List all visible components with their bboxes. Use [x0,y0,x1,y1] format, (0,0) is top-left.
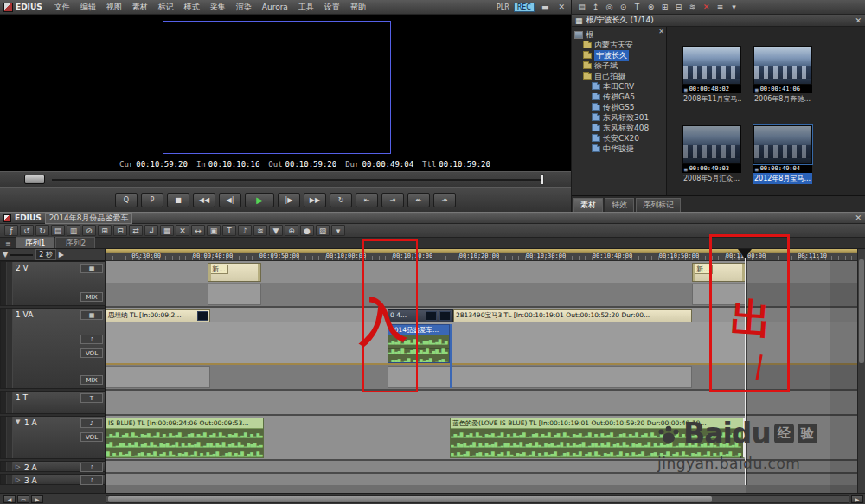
waveform-icon[interactable]: ≋ [686,3,699,11]
track-header-1va[interactable]: 1 VA ▦ ♪ VOL MIX [0,308,106,389]
video-mix-block[interactable] [208,284,261,305]
tree-item[interactable]: 传祺GS5 [572,102,666,112]
copy-icon[interactable]: ⊞ [98,225,112,236]
minimize-button[interactable]: ▬ [539,3,552,11]
speaker-icon[interactable]: ♪ [80,463,103,472]
track-header-1a[interactable]: ▼ 1 A ♪ VOL [0,416,106,459]
speaker-icon[interactable]: ♪ [80,475,103,485]
export-icon[interactable]: ▾ [331,225,345,236]
tree-item[interactable]: 本田CRV [572,81,666,92]
menu-item[interactable]: 模式 [179,0,205,14]
menu-item[interactable]: 帮助 [345,0,371,14]
track-lane-va-expanded[interactable] [106,322,865,363]
timeline-clip-va-2[interactable]: 0 4... [388,309,453,322]
trim-mode-icon[interactable]: ▥ [67,225,80,236]
tab-sequence-marks[interactable]: 序列标记 [636,198,681,212]
fast-forward-button[interactable]: ▶▶ [304,193,326,207]
tab-effects[interactable]: 特效 [605,198,634,212]
effects-icon[interactable]: ƒ [4,225,18,236]
paste-icon[interactable]: ⊟ [113,225,127,236]
title-icon[interactable]: T [222,225,236,236]
insert-mode-icon[interactable]: ↲ [144,225,158,236]
menu-item[interactable]: 工具 [293,0,319,14]
search-icon[interactable]: ◎ [603,3,616,11]
video-mix-block[interactable] [692,284,746,305]
title-track-icon[interactable]: T [80,393,103,403]
bin-clip-selected[interactable]: ▦00:00:49:04 2012年8月宝马... [753,125,812,184]
tree-item[interactable]: 中华骏捷 [572,144,666,154]
play-button[interactable]: ▶ [245,193,274,207]
stop-button[interactable]: ■ [167,193,189,207]
tree-item-root[interactable]: 根 [572,29,666,40]
clip-handle[interactable] [693,264,695,281]
clip-thumbnail[interactable] [682,46,741,85]
shuttle-handle[interactable] [24,175,45,184]
clip-thumbnail[interactable] [753,125,812,164]
sequence-list-icon[interactable]: ≣ [2,240,15,248]
expand-icon[interactable]: ▷ [16,476,20,483]
audio-mix-block[interactable] [388,366,692,388]
vscroll-thumb[interactable] [859,259,864,363]
scroll-right-button[interactable]: ▶ [851,495,863,503]
menu-item[interactable]: 设置 [319,0,345,14]
timeline-clip-v2-1[interactable]: 新... [208,263,261,282]
track-header-1t[interactable]: 1 T T [0,391,106,414]
mix-label[interactable]: MIX [80,375,103,385]
timeline-mode-icon[interactable]: ▤ [51,225,65,236]
marker-icon[interactable]: ▼ [269,225,283,236]
tree-item[interactable]: 东风标致408 [572,123,666,133]
clip-handle[interactable] [208,264,211,281]
playhead-marker[interactable] [738,249,752,258]
waveform-icon[interactable]: ≋ [253,225,267,236]
paste-icon[interactable]: ⊟ [672,3,685,11]
tree-item[interactable]: 长安CX20 [572,133,666,144]
prev-frame-button[interactable]: ◀| [219,193,241,207]
goto-out-button[interactable]: ⇥ [381,193,404,207]
timeline-hscrollbar[interactable]: ◀ ▭ ▶ ▶ [0,493,865,504]
copy-icon[interactable]: ⊞ [658,3,671,11]
next-frame-button[interactable]: |▶ [278,193,300,207]
collapse-icon[interactable]: ▼ [3,251,8,258]
timeline-clip-va-1[interactable]: 思坦纳 TL [In:00:09:2... [106,309,210,322]
folder-up-icon[interactable]: ↥ [589,3,602,11]
ripple-icon[interactable]: ⇄ [129,225,143,236]
position-marker[interactable] [541,174,544,185]
expand-icon[interactable]: ▷ [16,463,20,470]
clip-handle[interactable] [258,264,260,281]
tree-item[interactable]: 内蒙古天安 [572,40,666,50]
prev-edit-button[interactable]: ↞ [407,193,430,207]
timeline-vscrollbar[interactable] [857,249,865,493]
track-header-3a[interactable]: ▷ 3 A ♪ [0,474,106,485]
select-icon[interactable]: ▣ [207,225,221,236]
menu-item[interactable]: 文件 [49,0,75,14]
settings-icon[interactable]: ≡ [714,3,727,11]
expand-icon[interactable]: ▼ [16,418,20,425]
title-icon[interactable]: T [631,3,644,11]
clip-edit-point[interactable] [450,324,452,388]
overwrite-mode-icon[interactable]: ▦ [160,225,174,236]
audio-mix-block[interactable] [106,366,210,388]
hscroll-groove[interactable] [106,495,849,503]
record-icon[interactable]: ● [300,225,314,236]
position-groove[interactable] [52,179,541,181]
thumbnail-mode-icon[interactable]: ▦ [80,264,103,273]
hscroll-thumb[interactable] [108,496,712,502]
cut-icon[interactable]: ⊘ [82,225,96,236]
track-lane-t[interactable] [106,391,865,414]
bin-close-icon[interactable]: ✕ [855,16,862,25]
tab-sequence-1[interactable]: 序列1 [16,237,55,248]
tree-item[interactable]: 传祺GA5 [572,92,666,102]
view-menu-icon[interactable]: ▾ [727,3,740,11]
tree-item[interactable]: 东风标致301 [572,112,666,123]
audio-icon[interactable]: ♪ [238,225,252,236]
zoom-slider[interactable] [10,254,33,256]
rewind-button[interactable]: ◀◀ [193,193,215,207]
delete-icon[interactable]: ✕ [176,225,189,236]
vol-label[interactable]: VOL [80,432,103,442]
bin-clip[interactable]: ▦00:00:49:03 2008年5月汇众... [682,125,741,184]
redo-icon[interactable]: ↻ [35,225,49,236]
menu-item[interactable]: 编辑 [75,0,101,14]
goto-in-button[interactable]: ⇤ [356,193,378,207]
menu-item[interactable]: 渲染 [231,0,257,14]
menu-item[interactable]: 采集 [205,0,231,14]
